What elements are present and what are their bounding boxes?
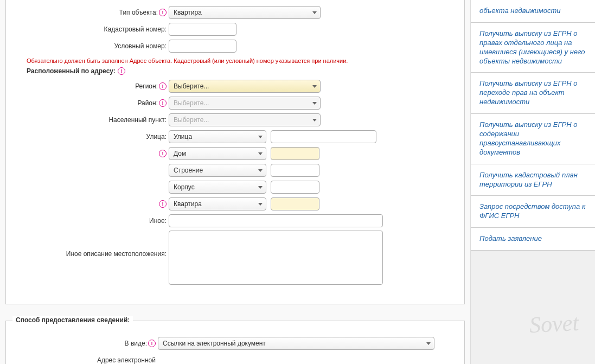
chevron-down-icon (258, 186, 263, 189)
required-icon: ! (159, 9, 167, 16)
sidebar-item[interactable]: Запрос посредством доступа к ФГИС ЕГРН (471, 196, 595, 228)
required-icon: ! (118, 67, 125, 75)
required-icon: ! (159, 82, 167, 90)
house-input[interactable] (271, 147, 319, 160)
block-type-select[interactable]: Корпус (169, 181, 266, 194)
other-input[interactable] (169, 214, 383, 227)
address-heading: Расположенный по адресу: ! (27, 67, 453, 75)
delivery-legend: Способ предоставления сведений: (12, 316, 133, 324)
chevron-down-icon (258, 169, 263, 172)
label-form-type: В виде: (125, 340, 147, 347)
chevron-down-icon (258, 136, 263, 138)
cadastral-number-input[interactable] (169, 23, 236, 36)
sidebar-item[interactable]: Подать заявление (471, 228, 595, 251)
building-input[interactable] (271, 164, 319, 177)
sidebar-item[interactable]: Получить выписку из ЕГРН о содержании пр… (471, 114, 595, 164)
chevron-down-icon (258, 152, 263, 155)
street-input[interactable] (271, 130, 376, 143)
sidebar-item[interactable]: объекта недвижимости (471, 0, 595, 23)
label-other-desc: Иное описание местоположения: (66, 250, 167, 259)
sidebar: объекта недвижимости Получить выписку из… (470, 0, 595, 364)
label-other: Иное: (149, 217, 167, 225)
address-note: Обязательно должен быть заполнен Адрес о… (27, 58, 453, 64)
label-conditional-number: Условный номер: (114, 42, 167, 50)
required-icon: ! (159, 150, 167, 157)
label-region: Регион: (135, 82, 158, 90)
region-select[interactable]: Выберите... (169, 80, 321, 93)
chevron-down-icon (426, 342, 431, 345)
district-select: Выберите... (169, 97, 321, 110)
street-type-select[interactable]: Улица (169, 130, 266, 143)
sidebar-item[interactable]: Получить выписку из ЕГРН о переходе прав… (471, 73, 595, 114)
required-icon: ! (148, 340, 156, 347)
label-district: Район: (137, 99, 158, 107)
chevron-down-icon (312, 102, 317, 105)
block-input[interactable] (271, 181, 319, 194)
object-type-select[interactable]: Квартира (169, 6, 321, 19)
house-type-select[interactable]: Дом (169, 147, 266, 160)
label-cadastral-number: Кадастровый номер: (104, 25, 167, 33)
form-type-select[interactable]: Ссылки на электронный документ (158, 337, 434, 350)
chevron-down-icon (258, 203, 263, 206)
conditional-number-input[interactable] (169, 40, 236, 53)
other-desc-textarea[interactable] (169, 231, 383, 285)
settlement-select: Выберите... (169, 113, 321, 126)
chevron-down-icon (312, 11, 317, 14)
flat-type-select[interactable]: Квартира (169, 197, 266, 210)
required-icon: ! (159, 99, 167, 107)
flat-input[interactable] (271, 197, 319, 210)
object-details-panel: Тип объекта: ! Квартира Кадастровый номе… (5, 0, 465, 304)
label-settlement: Населенный пункт: (108, 116, 167, 124)
building-type-select[interactable]: Строение (169, 164, 266, 177)
sidebar-item[interactable]: Получить выписку из ЕГРН о правах отдель… (471, 23, 595, 73)
sidebar-item[interactable]: Получить кадастровый план территории из … (471, 164, 595, 196)
delivery-panel: Способ предоставления сведений: В виде: … (5, 321, 465, 364)
chevron-down-icon (312, 85, 317, 88)
required-icon: ! (159, 200, 167, 208)
label-email: Адрес электронной (97, 356, 156, 364)
main-form-area: Тип объекта: ! Квартира Кадастровый номе… (0, 0, 470, 364)
label-street: Улица: (146, 133, 167, 141)
label-object-type: Тип объекта: (119, 9, 158, 16)
chevron-down-icon (312, 119, 317, 122)
